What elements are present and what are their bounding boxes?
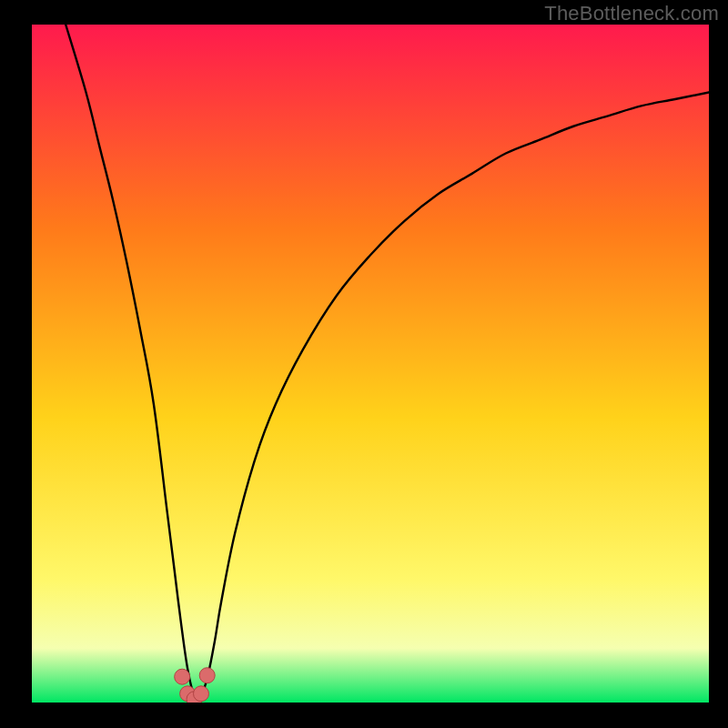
minimum-marker — [199, 668, 215, 683]
minimum-marker — [175, 669, 190, 684]
gradient-background — [32, 25, 709, 703]
bottleneck-chart — [0, 0, 728, 728]
watermark-text: TheBottleneck.com — [544, 2, 719, 25]
minimum-marker — [194, 686, 209, 702]
chart-frame: { "watermark": "TheBottleneck.com", "col… — [0, 0, 728, 728]
